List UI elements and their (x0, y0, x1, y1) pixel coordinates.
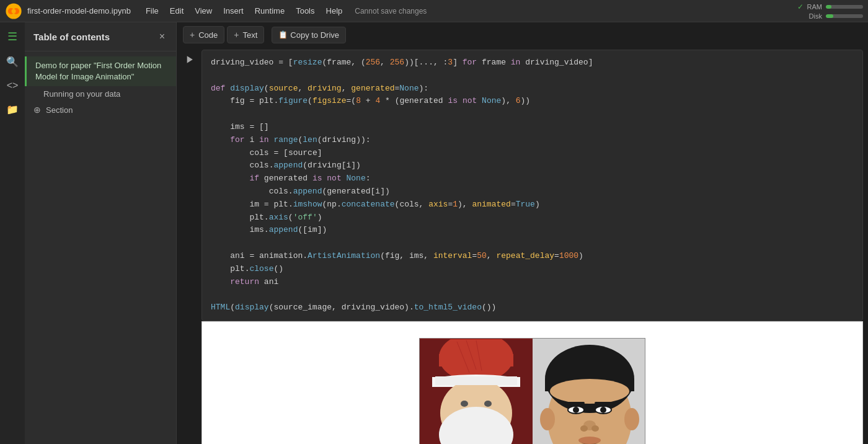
svg-point-39 (540, 408, 555, 430)
menu-runtime[interactable]: Runtime (250, 4, 290, 18)
toc-item-running-label: Running on your data (43, 89, 120, 99)
plus-icon: + (234, 30, 239, 40)
menu-bar: File Edit View Insert Runtime Tools Help (141, 4, 347, 18)
toc-item-running[interactable]: Running on your data (25, 86, 176, 102)
output-image (419, 338, 645, 444)
ram-fill (826, 5, 831, 9)
svg-point-12 (484, 401, 492, 407)
code-icon[interactable]: <> (7, 80, 19, 91)
run-cell-button[interactable] (179, 50, 199, 69)
search-icon[interactable]: 🔍 (6, 56, 19, 68)
menu-edit[interactable]: Edit (165, 4, 188, 18)
disk-fill (826, 14, 833, 18)
plus-icon: + (190, 30, 195, 40)
copy-drive-icon: 📋 (278, 30, 288, 39)
svg-point-26 (550, 379, 629, 404)
menu-file[interactable]: File (141, 4, 164, 18)
toc-item-section[interactable]: ⊕ Section (25, 102, 176, 118)
sidebar: ☰ 🔍 <> 📁 Table of contents × Demo for pa… (0, 22, 177, 444)
copy-to-drive-button[interactable]: 📋 Copy to Drive (272, 27, 346, 43)
ram-bar (826, 5, 863, 9)
menu-insert[interactable]: Insert (218, 4, 249, 18)
svg-point-3 (12, 9, 16, 13)
copy-drive-label: Copy to Drive (290, 30, 339, 40)
svg-rect-34 (595, 402, 612, 404)
cannot-save-label: Cannot save changes (355, 7, 427, 16)
code-btn-label: Code (198, 30, 218, 40)
add-code-button[interactable]: + Code (183, 26, 224, 43)
sidebar-title: Table of contents (33, 32, 110, 42)
menu-help[interactable]: Help (321, 4, 348, 18)
disk-label: Disk (799, 12, 822, 20)
svg-point-11 (461, 401, 468, 407)
ram-label: RAM (807, 3, 822, 11)
menu-tools[interactable]: Tools (291, 4, 319, 18)
ram-disk-indicator: ✓ RAM Disk (797, 2, 863, 20)
ram-check-icon: ✓ (797, 2, 804, 11)
sidebar-close-button[interactable]: × (157, 30, 167, 43)
code-cell-wrapper: driving_video = [resize(frame, (256, 256… (177, 47, 868, 321)
files-icon[interactable]: 📁 (6, 104, 19, 115)
svg-rect-7 (439, 354, 513, 366)
toc-icon[interactable]: ☰ (7, 30, 17, 43)
sidebar-header: Table of contents × (25, 22, 176, 51)
text-btn-label: Text (242, 30, 257, 40)
svg-point-38 (578, 437, 601, 444)
svg-point-40 (624, 408, 639, 430)
toc-item-section-label: Section (46, 105, 73, 115)
sidebar-toc-content: Demo for paper "First Order Motion Model… (25, 51, 176, 444)
output-cell (202, 321, 863, 444)
notebook-title: first-order-model-demo.ipynb (27, 6, 131, 16)
menu-view[interactable]: View (190, 4, 217, 18)
plus-icon: ⊕ (33, 105, 41, 115)
topbar: first-order-model-demo.ipynb File Edit V… (0, 0, 868, 22)
svg-point-31 (573, 407, 579, 413)
toc-item-demo-label: Demo for paper "First Order Motion Model… (35, 60, 167, 82)
svg-point-36 (580, 425, 588, 432)
svg-rect-20 (435, 376, 517, 385)
svg-rect-33 (567, 402, 585, 404)
colab-logo (5, 2, 22, 20)
disk-bar (826, 14, 863, 18)
svg-point-32 (600, 407, 606, 413)
main-layout: ☰ 🔍 <> 📁 Table of contents × Demo for pa… (0, 22, 868, 444)
add-text-button[interactable]: + Text (227, 26, 264, 43)
notebook-content: + Code + Text 📋 Copy to Drive driving_vi… (177, 22, 868, 444)
notebook-toolbar: + Code + Text 📋 Copy to Drive (177, 22, 868, 47)
svg-point-37 (591, 425, 599, 432)
code-cell[interactable]: driving_video = [resize(frame, (256, 256… (202, 50, 863, 321)
toc-item-demo[interactable]: Demo for paper "First Order Motion Model… (25, 56, 176, 86)
